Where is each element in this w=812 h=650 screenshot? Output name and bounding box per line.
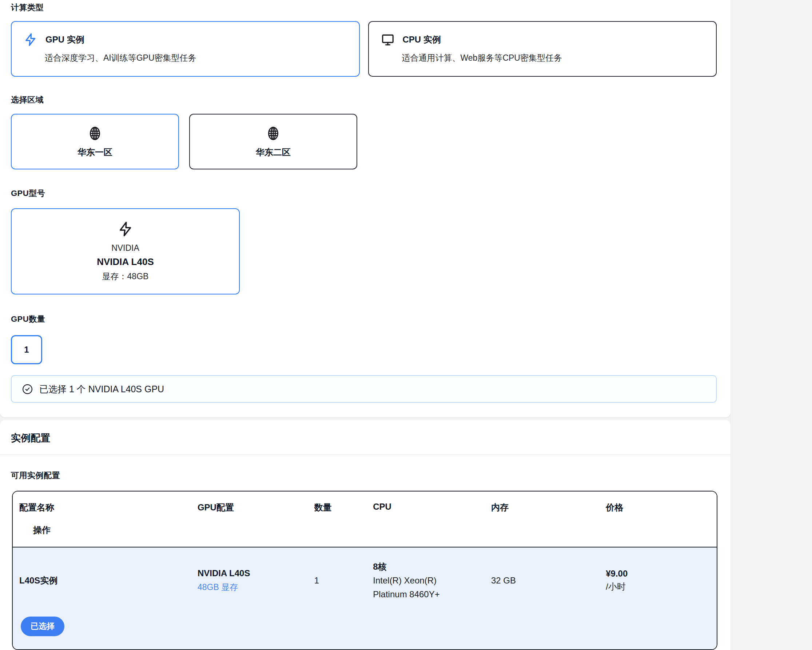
gpu-count-option-1[interactable]: 1 xyxy=(11,335,42,364)
col-header-cpu: CPU xyxy=(373,502,491,513)
col-header-price: 价格 xyxy=(606,502,710,513)
globe-icon xyxy=(87,125,102,142)
cell-config-name: L40S实例 xyxy=(19,575,198,586)
section-divider xyxy=(0,454,731,455)
cell-cpu: 8核 Intel(R) Xeon(R) Platinum 8460Y+ xyxy=(373,560,491,601)
selected-badge[interactable]: 已选择 xyxy=(21,617,64,636)
region-name: 华东二区 xyxy=(256,146,291,158)
instance-config-title: 实例配置 xyxy=(0,432,731,444)
gpu-model-memory: 显存：48GB xyxy=(102,271,149,282)
check-circle-icon xyxy=(22,384,33,395)
region-card-huadong-2[interactable]: 华东二区 xyxy=(189,114,357,169)
gpu-memory-link[interactable]: 48GB 显存 xyxy=(198,581,314,593)
cell-gpu-config: NVIDIA L40S 48GB 显存 xyxy=(198,568,314,593)
compute-card-cpu[interactable]: CPU 实例 适合通用计算、Web服务等CPU密集型任务 xyxy=(368,21,717,77)
cell-gpu-name: NVIDIA L40S xyxy=(198,568,314,578)
gpu-model-card-l40s[interactable]: NVIDIA NVIDIA L40S 显存：48GB xyxy=(11,208,240,294)
gpu-model-label: GPU型号 xyxy=(11,188,717,199)
cpu-cores: 8核 xyxy=(373,560,491,574)
region-card-huadong-1[interactable]: 华东一区 xyxy=(11,114,179,169)
compute-type-label: 计算类型 xyxy=(11,2,717,13)
gpu-vendor: NVIDIA xyxy=(111,243,139,253)
col-header-memory: 内存 xyxy=(491,502,606,513)
table-row[interactable]: L40S实例 NVIDIA L40S 48GB 显存 1 8核 Intel(R)… xyxy=(13,548,717,649)
gpu-selection-panel: 计算类型 GPU 实例 适合深度学习、AI训练等GPU密集型任务 xyxy=(0,0,731,417)
main-content: 计算类型 GPU 实例 适合深度学习、AI训练等GPU密集型任务 xyxy=(0,0,731,650)
compute-card-gpu-head: GPU 实例 xyxy=(24,33,350,47)
instance-config-panel: 实例配置 可用实例配置 配置名称 GPU配置 数量 CPU 内存 价格 操作 L… xyxy=(0,420,731,650)
gpu-count-label: GPU数量 xyxy=(11,314,717,325)
table-header: 配置名称 GPU配置 数量 CPU 内存 价格 操作 xyxy=(13,492,717,547)
lightning-icon xyxy=(118,221,134,237)
compute-card-gpu-desc: 适合深度学习、AI训练等GPU密集型任务 xyxy=(45,52,350,64)
col-header-action: 操作 xyxy=(33,524,710,536)
lightning-icon xyxy=(24,33,37,47)
right-gutter xyxy=(731,0,812,650)
cpu-model-line2: Platinum 8460Y+ xyxy=(373,588,491,601)
price-unit: /小时 xyxy=(606,581,710,592)
compute-card-cpu-title: CPU 实例 xyxy=(403,34,441,46)
cell-count: 1 xyxy=(314,575,373,586)
region-label: 选择区域 xyxy=(11,94,717,105)
selection-status-text: 已选择 1 个 NVIDIA L40S GPU xyxy=(39,383,164,395)
cell-price: ¥9.00 /小时 xyxy=(606,569,710,592)
gpu-model-name: NVIDIA L40S xyxy=(97,256,154,268)
compute-card-cpu-desc: 适合通用计算、Web服务等CPU密集型任务 xyxy=(402,52,707,64)
cell-memory: 32 GB xyxy=(491,575,606,586)
compute-card-cpu-head: CPU 实例 xyxy=(381,33,707,47)
col-header-gpu: GPU配置 xyxy=(198,502,314,513)
price-value: ¥9.00 xyxy=(606,569,710,579)
col-header-count: 数量 xyxy=(314,502,373,513)
monitor-icon xyxy=(381,33,395,47)
available-configs-label: 可用实例配置 xyxy=(11,470,720,481)
cpu-model-line1: Intel(R) Xeon(R) xyxy=(373,574,491,588)
action-cell: 已选择 xyxy=(13,601,717,649)
region-name: 华东一区 xyxy=(78,146,112,158)
region-options: 华东一区 华东二区 xyxy=(11,114,717,169)
selection-status-bar: 已选择 1 个 NVIDIA L40S GPU xyxy=(11,375,717,403)
col-header-name: 配置名称 xyxy=(19,502,198,513)
compute-card-gpu[interactable]: GPU 实例 适合深度学习、AI训练等GPU密集型任务 xyxy=(11,21,360,77)
instance-config-table: 配置名称 GPU配置 数量 CPU 内存 价格 操作 L40S实例 NVIDIA… xyxy=(12,491,717,650)
compute-card-gpu-title: GPU 实例 xyxy=(46,34,84,46)
globe-icon xyxy=(266,125,281,142)
compute-type-options: GPU 实例 适合深度学习、AI训练等GPU密集型任务 CPU 实例 适合通用 xyxy=(11,21,717,77)
